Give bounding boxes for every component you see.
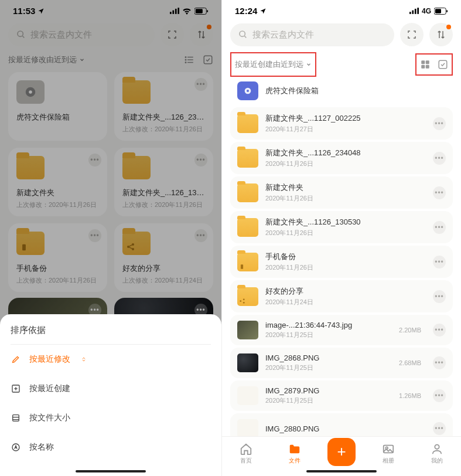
network-label: 4G [422,7,431,15]
alpha-icon [11,443,21,452]
row-subtitle: 2020年11月24日 [265,298,426,307]
sort-option[interactable]: 按文件大小 [11,403,211,433]
more-button[interactable]: ••• [433,356,446,369]
svg-point-46 [247,90,249,92]
sort-option[interactable]: 按名称 [11,433,211,462]
sheet-title: 排序依据 [11,325,211,345]
row-subtitle: 2020年11月25日 [265,396,392,405]
home-icon [240,443,252,455]
svg-rect-44 [439,60,447,69]
svg-rect-32 [412,11,414,14]
user-icon [431,443,443,455]
more-button[interactable]: ••• [433,186,446,199]
add-button[interactable]: + [327,438,356,466]
svg-rect-33 [415,9,416,14]
svg-point-49 [243,298,245,300]
list-row[interactable]: 新建文件夹_...1126_2340482020年11月26日••• [230,142,453,174]
list-row[interactable]: image-...21:36:44-743.jpg2020年11月25日2.20… [230,315,453,345]
svg-rect-37 [446,10,448,12]
more-button[interactable]: ••• [433,324,446,336]
chevron-down-icon [306,62,312,67]
home-indicator[interactable] [76,470,146,472]
svg-rect-47 [241,264,243,269]
list-row[interactable]: 新建文件夹_...1126_1305302020年11月26日••• [230,211,453,243]
search-input[interactable]: 搜索云盘内文件 [230,23,394,46]
more-button[interactable]: ••• [433,389,446,402]
sort-option[interactable]: 按最近修改 [11,345,211,374]
list-row[interactable]: IMG_2879.PNG2020年11月25日1.26MB••• [230,380,453,411]
sort-row: 按最近创建由近到远 [222,52,461,77]
notification-dot [446,25,451,29]
list-row[interactable]: 新建文件夹2020年11月26日••• [230,176,453,209]
row-title: 新建文件夹 [265,182,426,193]
sort-option[interactable]: 按最近创建 [11,374,211,403]
search-row: 搜索云盘内文件 [222,19,461,52]
plus-box-icon [11,384,21,393]
search-icon [238,30,248,39]
battery-icon [434,8,448,15]
folder-icon [288,443,301,455]
svg-rect-43 [426,65,429,69]
more-button[interactable]: ••• [433,256,446,268]
svg-rect-31 [409,12,411,14]
row-title: 手机备份 [265,251,426,262]
row-subtitle: 2020年11月26日 [265,159,426,168]
signal-icon [409,8,419,14]
row-subtitle: 2020年11月26日 [265,229,426,237]
size-icon [11,413,21,423]
tab-folder[interactable]: 文件 [279,443,310,465]
more-button[interactable]: ••• [433,117,446,130]
svg-point-53 [435,444,439,448]
scan-button[interactable] [400,23,424,46]
sort-dropdown[interactable]: 按最近创建由近到远 [230,52,316,77]
tab-user[interactable]: 我的 [421,443,453,465]
gallery-icon [382,443,395,455]
tab-home[interactable]: 首页 [230,443,262,465]
edit-icon [11,355,21,364]
row-size: 2.20MB [399,327,421,334]
svg-rect-34 [417,8,419,14]
svg-rect-27 [13,415,19,421]
list-row[interactable]: 新建文件夹_...1127_0022252020年11月27日••• [230,107,453,140]
grid-view-icon[interactable] [420,59,431,70]
transfer-icon [436,29,446,40]
row-title: 新建文件夹_...1126_130530 [265,217,426,227]
status-time: 12:24 [235,6,257,16]
phone-left: 11:53 搜索云盘内文件 按最近修改由近到远 虎符 [0,0,221,476]
row-title: 新建文件夹_...1127_002225 [265,113,426,124]
more-button[interactable]: ••• [433,290,446,303]
tab-label: 我的 [431,457,443,465]
svg-point-38 [240,31,245,36]
search-placeholder: 搜索云盘内文件 [252,29,314,40]
more-button[interactable]: ••• [433,221,446,234]
row-title: 虎符文件保险箱 [265,86,446,96]
sort-arrows-icon [81,356,87,362]
tab-label: 文件 [289,457,300,465]
file-list: 虎符文件保险箱新建文件夹_...1127_0022252020年11月27日••… [222,77,461,444]
row-title: IMG_2868.PNG [265,353,392,362]
sort-sheet: 排序依据 按最近修改按最近创建按文件大小按名称 [0,314,221,476]
more-button[interactable]: ••• [433,152,446,165]
home-indicator[interactable] [306,470,377,472]
list-row[interactable]: 好友的分享2020年11月24日••• [230,280,453,312]
row-title: 新建文件夹_...1126_234048 [265,148,426,158]
row-subtitle: 2020年11月25日 [265,363,392,372]
transfer-button[interactable] [429,23,453,46]
list-row[interactable]: 手机备份2020年11月26日••• [230,246,453,278]
row-subtitle: 2020年11月26日 [265,194,426,203]
scan-icon [407,29,417,40]
svg-rect-41 [426,60,429,64]
tab-label: 相册 [383,457,394,465]
row-subtitle: 2020年11月26日 [265,263,426,272]
list-row[interactable]: 虎符文件保险箱 [230,77,453,105]
sort-option-label: 按文件大小 [29,413,70,423]
phone-right: 12:24 4G 搜索云盘内文件 按最近创建由近到远 [221,0,461,476]
list-row[interactable]: IMG_2868.PNG2020年11月25日2.68MB••• [230,348,453,378]
select-icon[interactable] [438,59,448,70]
tab-gallery[interactable]: 相册 [373,443,404,465]
more-button[interactable]: ••• [433,422,446,435]
row-size: 1.26MB [399,392,421,399]
row-size: 2.68MB [399,359,421,366]
sort-option-label: 按最近创建 [29,383,70,394]
location-icon [259,8,267,15]
